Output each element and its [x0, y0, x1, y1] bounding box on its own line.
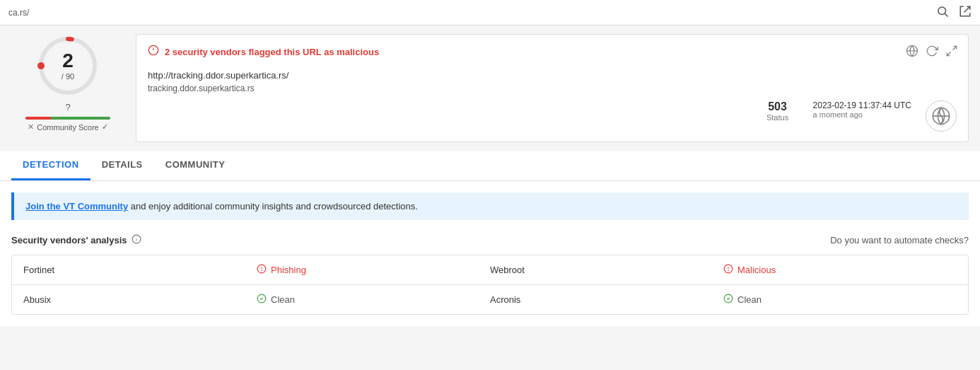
- tabs-container: DETECTION DETAILS COMMUNITY: [0, 151, 980, 181]
- status-label: Status: [757, 113, 799, 122]
- join-banner-text: and enjoy additional community insights …: [128, 201, 418, 212]
- content-area: Join the VT Community and enjoy addition…: [0, 181, 980, 326]
- table-row: Abusix Clean Acronis Clea: [12, 285, 968, 314]
- share-icon[interactable]: [959, 5, 972, 21]
- svg-line-10: [947, 52, 950, 56]
- vendor-name-2: Abusix: [23, 294, 257, 305]
- info-panel: 2 security vendors flagged this URL as m…: [136, 34, 969, 142]
- status-code: 503: [757, 100, 799, 113]
- join-banner: Join the VT Community and enjoy addition…: [11, 192, 969, 220]
- community-score-confirm[interactable]: ✓: [102, 122, 108, 132]
- url-main: http://tracking.ddor.superkartica.rs/: [148, 70, 957, 81]
- refresh-icon[interactable]: [926, 45, 938, 60]
- status-danger-icon-3: [723, 264, 733, 276]
- score-circle: 2 / 90: [36, 34, 100, 98]
- automate-text: Do you want to automate checks?: [830, 235, 969, 245]
- svg-line-1: [945, 13, 947, 16]
- svg-point-0: [938, 7, 946, 15]
- section-header: Security vendors' analysis Do you want t…: [11, 234, 969, 246]
- vendor-name-1: Fortinet: [23, 265, 257, 275]
- community-score-dismiss[interactable]: ✕: [28, 122, 34, 132]
- info-panel-actions: [906, 45, 958, 60]
- score-text: 2 / 90: [62, 51, 74, 81]
- search-icon[interactable]: [936, 5, 949, 21]
- timestamp-block: 2023-02-19 11:37:44 UTC a moment ago: [813, 100, 911, 119]
- status-block: 503 Status: [757, 100, 799, 122]
- score-bar-green: [51, 117, 110, 120]
- status-clean-icon-2: [723, 294, 733, 306]
- info-icon[interactable]: [132, 234, 141, 246]
- url-sub: tracking.ddor.superkartica.rs: [148, 83, 957, 93]
- tab-detection[interactable]: DETECTION: [11, 151, 91, 180]
- score-question: ?: [65, 102, 70, 112]
- svg-line-9: [953, 46, 957, 50]
- community-score-label: Community Score: [37, 123, 98, 132]
- url-display: ca.rs/: [8, 8, 936, 18]
- community-score-row: ✕ Community Score ✓: [28, 122, 107, 132]
- tab-community[interactable]: COMMUNITY: [154, 151, 237, 180]
- vendor-status-text-3: Malicious: [737, 265, 776, 275]
- top-bar: ca.rs/: [0, 0, 980, 25]
- vendor-status-text-2: Clean: [271, 294, 295, 305]
- vendor-name-4: Acronis: [490, 294, 723, 305]
- svg-point-5: [37, 62, 45, 69]
- score-number: 2: [62, 51, 74, 71]
- vendor-name-3: Webroot: [490, 265, 723, 275]
- vendor-status-text-1: Phishing: [271, 265, 306, 275]
- globe-icon[interactable]: [926, 100, 957, 132]
- warning-banner: 2 security vendors flagged this URL as m…: [148, 45, 957, 59]
- table-row: Fortinet Phishing Webroot: [12, 255, 968, 285]
- fullscreen-icon[interactable]: [945, 45, 958, 60]
- section-title: Security vendors' analysis: [11, 234, 141, 246]
- status-clean-icon-1: [257, 294, 267, 306]
- svg-point-20: [728, 270, 729, 271]
- translate-icon[interactable]: [906, 45, 918, 60]
- svg-line-2: [964, 6, 970, 12]
- timestamp-rel: a moment ago: [813, 110, 911, 119]
- score-bar-red: [25, 117, 51, 120]
- vendor-status-1: Phishing: [257, 264, 490, 276]
- url-info: http://tracking.ddor.superkartica.rs/ tr…: [148, 70, 957, 93]
- warning-text: 2 security vendors flagged this URL as m…: [165, 47, 379, 57]
- vendor-status-text-4: Clean: [737, 294, 762, 305]
- warning-icon: [148, 45, 159, 59]
- vendor-status-2: Clean: [257, 294, 490, 306]
- timestamp-main: 2023-02-19 11:37:44 UTC: [813, 100, 911, 110]
- vendors-table: Fortinet Phishing Webroot: [11, 255, 969, 315]
- tab-details[interactable]: DETAILS: [91, 151, 154, 180]
- status-danger-icon-1: [257, 264, 267, 276]
- join-link[interactable]: Join the VT Community: [25, 201, 128, 212]
- main-container: 2 / 90 ? ✕ Community Score ✓ 2 securit: [0, 25, 980, 151]
- vendor-status-3: Malicious: [723, 264, 957, 276]
- vendor-status-4: Clean: [723, 294, 957, 306]
- score-denom: / 90: [62, 72, 74, 81]
- score-panel: 2 / 90 ? ✕ Community Score ✓: [11, 34, 124, 142]
- svg-point-17: [262, 270, 262, 271]
- section-title-text: Security vendors' analysis: [11, 235, 127, 245]
- top-bar-icons: [936, 5, 972, 21]
- score-bar: [25, 117, 110, 120]
